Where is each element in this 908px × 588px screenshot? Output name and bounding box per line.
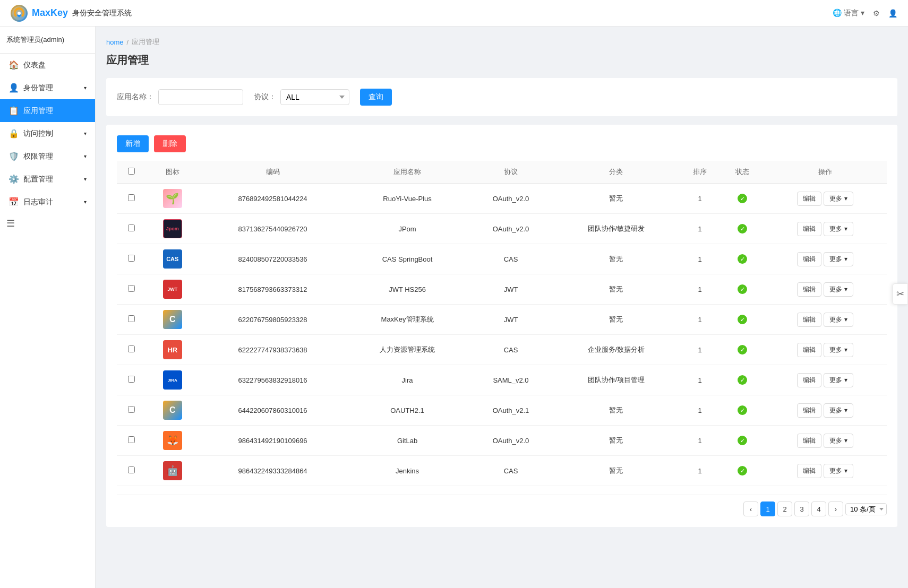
breadcrumb-home[interactable]: home xyxy=(106,38,124,46)
row-order: 1 xyxy=(679,456,721,486)
page-4-button[interactable]: 4 xyxy=(811,501,826,516)
row-checkbox[interactable] xyxy=(128,376,135,383)
page-3-button[interactable]: 3 xyxy=(794,501,809,516)
sidebar-label-permission: 权限管理 xyxy=(23,152,53,161)
sidebar-item-permission[interactable]: 🛡️ 权限管理 ▾ xyxy=(0,145,95,168)
page-2-button[interactable]: 2 xyxy=(777,501,792,516)
logo-icon xyxy=(11,5,28,22)
row-checkbox[interactable] xyxy=(128,345,135,352)
edit-button[interactable]: 编辑 xyxy=(797,192,821,206)
permission-icon: 🛡️ xyxy=(8,151,19,161)
app-name-input[interactable] xyxy=(158,89,243,105)
row-name: JPom xyxy=(347,214,468,244)
row-protocol: JWT xyxy=(468,305,553,335)
delete-button[interactable]: 删除 xyxy=(154,135,186,152)
table-row: 🌱 876892492581044224 RuoYi-Vue-Plus OAut… xyxy=(117,184,887,214)
row-checkbox-cell xyxy=(117,395,146,426)
row-checkbox[interactable] xyxy=(128,406,135,413)
row-checkbox[interactable] xyxy=(128,315,135,322)
prev-page-button[interactable]: ‹ xyxy=(743,501,758,516)
row-checkbox-cell xyxy=(117,305,146,335)
row-actions: 编辑 更多 ▾ xyxy=(764,426,887,456)
sidebar-item-config[interactable]: ⚙️ 配置管理 ▾ xyxy=(0,168,95,191)
more-button[interactable]: 更多 ▾ xyxy=(824,343,853,357)
access-arrow-icon: ▾ xyxy=(84,131,87,136)
row-checkbox[interactable] xyxy=(128,466,135,473)
more-button[interactable]: 更多 ▾ xyxy=(824,222,853,236)
table-actions: 新增 删除 xyxy=(117,135,887,152)
sidebar-item-dashboard[interactable]: 🏠 仪表盘 xyxy=(0,54,95,76)
edit-button[interactable]: 编辑 xyxy=(797,464,821,478)
edit-button[interactable]: 编辑 xyxy=(797,313,821,327)
row-checkbox[interactable] xyxy=(128,285,135,292)
page-title: 应用管理 xyxy=(106,53,897,67)
app-icon: 🤖 xyxy=(163,461,182,480)
language-button[interactable]: 🌐 语言 ▾ xyxy=(833,8,864,18)
row-icon-cell: C xyxy=(146,395,199,426)
more-button[interactable]: 更多 ▾ xyxy=(824,192,853,206)
sidebar-item-audit[interactable]: 📅 日志审计 ▾ xyxy=(0,191,95,213)
sidebar-label-audit: 日志审计 xyxy=(23,197,53,207)
edit-button[interactable]: 编辑 xyxy=(797,373,821,387)
row-code: 986432249333284864 xyxy=(199,456,346,486)
edit-button[interactable]: 编辑 xyxy=(797,434,821,448)
pagination: ‹ 1 2 3 4 › 10 条/页 20 条/页 50 条/页 xyxy=(117,495,887,516)
menu-toggle-icon[interactable]: ☰ xyxy=(6,218,95,229)
more-button[interactable]: 更多 ▾ xyxy=(824,282,853,297)
breadcrumb-current: 应用管理 xyxy=(132,37,159,47)
more-button[interactable]: 更多 ▾ xyxy=(824,252,853,266)
select-all-checkbox[interactable] xyxy=(128,168,135,175)
row-category: 暂无 xyxy=(554,274,679,305)
edit-button[interactable]: 编辑 xyxy=(797,282,821,297)
fab-right-button[interactable]: ✂ xyxy=(893,283,908,305)
sidebar-item-access-control[interactable]: 🔒 访问控制 ▾ xyxy=(0,122,95,145)
query-button[interactable]: 查询 xyxy=(360,89,392,106)
sidebar-item-app-manage[interactable]: 📋 应用管理 xyxy=(0,99,95,122)
row-status: ✓ xyxy=(721,335,764,365)
more-button[interactable]: 更多 ▾ xyxy=(824,313,853,327)
row-checkbox[interactable] xyxy=(128,224,135,231)
row-order: 1 xyxy=(679,365,721,395)
more-button[interactable]: 更多 ▾ xyxy=(824,464,853,478)
edit-button[interactable]: 编辑 xyxy=(797,252,821,266)
row-icon-cell: JIRA xyxy=(146,365,199,395)
audit-icon: 📅 xyxy=(8,197,19,207)
header: MaxKey 身份安全管理系统 🌐 语言 ▾ ⚙ 👤 xyxy=(0,0,908,27)
row-checkbox[interactable] xyxy=(128,194,135,201)
row-category: 企业服务/数据分析 xyxy=(554,335,679,365)
config-icon: ⚙️ xyxy=(8,174,19,184)
table-header: 图标 编码 应用名称 协议 分类 排序 状态 操作 xyxy=(117,161,887,184)
access-control-icon: 🔒 xyxy=(8,128,19,139)
permission-arrow-icon: ▾ xyxy=(84,153,87,159)
more-button[interactable]: 更多 ▾ xyxy=(824,403,853,418)
edit-button[interactable]: 编辑 xyxy=(797,222,821,236)
col-code: 编码 xyxy=(199,161,346,184)
edit-button[interactable]: 编辑 xyxy=(797,403,821,418)
layout: 系统管理员(admin) 🏠 仪表盘 👤 身份管理 ▾ 📋 应用管理 🔒 访问控… xyxy=(0,27,908,588)
edit-button[interactable]: 编辑 xyxy=(797,343,821,357)
table-row: 🤖 986432249333284864 Jenkins CAS 暂无 1 ✓ … xyxy=(117,456,887,486)
table-row: 🦊 986431492190109696 GitLab OAuth_v2.0 暂… xyxy=(117,426,887,456)
sidebar-item-identity[interactable]: 👤 身份管理 ▾ xyxy=(0,76,95,99)
row-checkbox[interactable] xyxy=(128,436,135,443)
table-row: JWT 817568793663373312 JWT HS256 JWT 暂无 … xyxy=(117,274,887,305)
row-order: 1 xyxy=(679,184,721,214)
more-button[interactable]: 更多 ▾ xyxy=(824,434,853,448)
row-checkbox[interactable] xyxy=(128,255,135,262)
row-status: ✓ xyxy=(721,395,764,426)
more-button[interactable]: 更多 ▾ xyxy=(824,373,853,387)
row-order: 1 xyxy=(679,274,721,305)
app-icon: 🦊 xyxy=(163,431,182,450)
protocol-select[interactable]: ALL OAuth_v2.0 OAuth_v2.1 CAS SAML_v2.0 … xyxy=(280,89,349,105)
add-button[interactable]: 新增 xyxy=(117,135,149,152)
settings-icon[interactable]: ⚙ xyxy=(873,9,880,18)
user-avatar-icon[interactable]: 👤 xyxy=(888,9,897,18)
row-protocol: CAS xyxy=(468,456,553,486)
row-order: 1 xyxy=(679,395,721,426)
row-actions: 编辑 更多 ▾ xyxy=(764,365,887,395)
row-icon-cell: 🌱 xyxy=(146,184,199,214)
next-page-button[interactable]: › xyxy=(828,501,843,516)
status-icon: ✓ xyxy=(738,254,747,264)
page-1-button[interactable]: 1 xyxy=(760,501,775,516)
page-size-select[interactable]: 10 条/页 20 条/页 50 条/页 xyxy=(845,503,887,515)
